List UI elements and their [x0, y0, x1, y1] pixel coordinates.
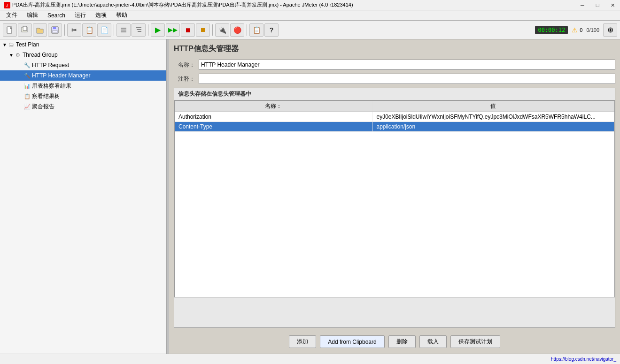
new-button[interactable] — [3, 23, 17, 37]
toolbar-right: 00:00:12 ⚠ 0 0/100 ⊕ — [535, 23, 617, 37]
sidebar-label-view-results-table: 用表格察看结果 — [32, 82, 71, 90]
threadgroup-icon: ⚙ — [15, 52, 21, 58]
maximize-button[interactable]: □ — [590, 0, 605, 10]
aggreport-icon: 📈 — [24, 104, 31, 110]
header-name: Content-Type — [175, 122, 372, 132]
open-button[interactable] — [33, 23, 47, 37]
sidebar-item-http-request[interactable]: 🔧 HTTP Request — [0, 60, 166, 70]
svg-rect-5 — [53, 30, 57, 33]
toolbar-separator-5 — [247, 24, 247, 36]
remote-stop-button[interactable]: 🔴 — [230, 23, 244, 37]
templates-button[interactable] — [18, 23, 32, 37]
header-value: application/json — [372, 122, 614, 132]
svg-rect-4 — [53, 27, 56, 29]
title-text: PDA出库-高并发压测.jmx (E:\Jmeter\apache-jmeter… — [12, 1, 353, 8]
toolbar-separator-3 — [148, 24, 148, 36]
expand-button[interactable] — [116, 23, 131, 37]
collapse-button[interactable] — [132, 23, 146, 37]
sidebar-item-thread-group[interactable]: ▼ ⚙ Thread Group — [0, 50, 166, 60]
menu-edit[interactable]: 编辑 — [23, 10, 42, 21]
toolbar-separator-2 — [114, 24, 114, 36]
table-section-title: 信息头存储在信息头管理器中 — [174, 88, 615, 100]
httpreq-icon: 🔧 — [24, 62, 31, 68]
headers-table-container: 名称： 值 AuthorizationeyJ0eXBlIjoiSldUIiwiY… — [174, 100, 615, 297]
right-panel: HTTP信息头管理器 名称： 注释： 信息头存储在信息头管理器中 名称： 值 — [169, 39, 620, 354]
title-bar: J PDA出库-高并发压测.jmx (E:\Jmeter\apache-jmet… — [0, 0, 620, 10]
remote-start-button[interactable]: 🔌 — [215, 23, 229, 37]
delete-button[interactable]: 删除 — [388, 335, 416, 348]
add-button[interactable]: 添加 — [289, 335, 316, 348]
sidebar-item-view-results-table[interactable]: 📊 用表格察看结果 — [0, 81, 166, 91]
warning-count: 0 — [580, 27, 582, 33]
app-icon: J — [4, 2, 10, 8]
viewtable-icon: 📊 — [24, 83, 31, 89]
sidebar-label-http-header-manager: HTTP Header Manager — [32, 72, 91, 79]
save-button[interactable] — [48, 23, 62, 37]
compass-button[interactable]: ⊕ — [603, 23, 617, 37]
table-row[interactable]: Content-Typeapplication/json — [175, 122, 614, 132]
start-button[interactable]: ▶ — [151, 23, 165, 37]
stop-button[interactable]: ⏹ — [181, 23, 195, 37]
headeranager-icon: 🔨 — [24, 73, 31, 79]
close-button[interactable]: ✕ — [605, 0, 620, 10]
comment-row: 注释： — [174, 74, 615, 84]
svg-rect-0 — [7, 27, 12, 33]
status-url: https://blog.csdn.net/navigator_ — [551, 356, 616, 362]
testplan-icon: 🗂 — [8, 41, 15, 48]
viewtree-icon: 📋 — [24, 93, 31, 99]
list-button[interactable]: 📋 — [249, 23, 264, 37]
menu-bar: 文件 编辑 Search 运行 选项 帮助 — [0, 10, 620, 21]
paste-button[interactable]: 📄 — [97, 23, 111, 37]
toolbar: ✂ 📋 📄 ▶ ▶▶ ⏹ ⏹ 🔌 🔴 📋 ? 00:00:12 ⚠ 0 0/10… — [0, 21, 620, 39]
sidebar-label-test-plan: Test Plan — [16, 41, 39, 48]
toolbar-separator-4 — [212, 24, 213, 36]
bottom-buttons: 添加 Add from Clipboard 删除 载入 保存测试计划 — [174, 332, 615, 349]
window-controls: ─ □ ✕ — [575, 0, 620, 10]
toolbar-separator-1 — [64, 24, 65, 36]
menu-options[interactable]: 选项 — [91, 10, 111, 21]
sidebar-label-http-request: HTTP Request — [32, 62, 69, 68]
name-input[interactable] — [199, 60, 615, 70]
col-header-value: 值 — [372, 101, 614, 112]
cut-button[interactable]: ✂ — [67, 23, 81, 37]
tree-toggle-testplan[interactable]: ▼ — [2, 42, 8, 47]
sidebar-item-http-header-manager[interactable]: 🔨 HTTP Header Manager — [0, 70, 166, 81]
comment-label: 注释： — [174, 75, 195, 83]
header-value: eyJ0eXBlIjoiSldUIiwiYWxnIjoiSFMyNTYifQ.e… — [372, 112, 614, 122]
warning-badge: ⚠ 0 — [572, 26, 582, 34]
sidebar-label-thread-group: Thread Group — [23, 52, 58, 58]
col-header-name: 名称： — [175, 101, 372, 112]
menu-run[interactable]: 运行 — [70, 10, 90, 21]
sidebar-item-test-plan[interactable]: ▼ 🗂 Test Plan — [0, 39, 166, 50]
menu-search[interactable]: Search — [43, 11, 70, 20]
comment-input[interactable] — [199, 74, 615, 84]
name-row: 名称： — [174, 60, 615, 70]
sidebar-item-view-results-tree[interactable]: 📋 察看结果树 — [0, 91, 166, 101]
shutdown-button[interactable]: ⏹ — [196, 23, 210, 37]
table-row[interactable]: AuthorizationeyJ0eXBlIjoiSldUIiwiYWxnIjo… — [175, 112, 614, 122]
copy-button[interactable]: 📋 — [82, 23, 96, 37]
timer-display: 00:00:12 — [535, 26, 568, 34]
sidebar-label-view-results-tree: 察看结果树 — [32, 92, 60, 100]
header-name: Authorization — [175, 112, 372, 122]
start-no-pause-button[interactable]: ▶▶ — [166, 23, 180, 37]
sidebar-item-aggregate-report[interactable]: 📈 聚合报告 — [0, 101, 166, 112]
load-button[interactable]: 载入 — [419, 335, 447, 348]
sidebar: ▼ 🗂 Test Plan ▼ ⚙ Thread Group 🔧 HTTP Re… — [0, 39, 167, 354]
minimize-button[interactable]: ─ — [575, 0, 590, 10]
help-button[interactable]: ? — [264, 23, 279, 37]
add-clipboard-button[interactable]: Add from Clipboard — [320, 335, 384, 348]
tree-toggle-threadgroup[interactable]: ▼ — [8, 53, 14, 58]
sidebar-label-aggregate-report: 聚合报告 — [32, 103, 54, 111]
panel-title: HTTP信息头管理器 — [174, 44, 615, 54]
save-plan-button[interactable]: 保存测试计划 — [450, 335, 500, 348]
menu-help[interactable]: 帮助 — [112, 10, 132, 21]
main-layout: ▼ 🗂 Test Plan ▼ ⚙ Thread Group 🔧 HTTP Re… — [0, 39, 620, 354]
menu-file[interactable]: 文件 — [2, 10, 22, 21]
warning-icon: ⚠ — [572, 26, 578, 34]
name-label: 名称： — [174, 61, 195, 69]
svg-rect-2 — [23, 26, 27, 30]
thread-counter: 0/100 — [586, 27, 599, 33]
status-bar: https://blog.csdn.net/navigator_ — [0, 354, 620, 364]
headers-table: 名称： 值 AuthorizationeyJ0eXBlIjoiSldUIiwiY… — [175, 101, 614, 132]
